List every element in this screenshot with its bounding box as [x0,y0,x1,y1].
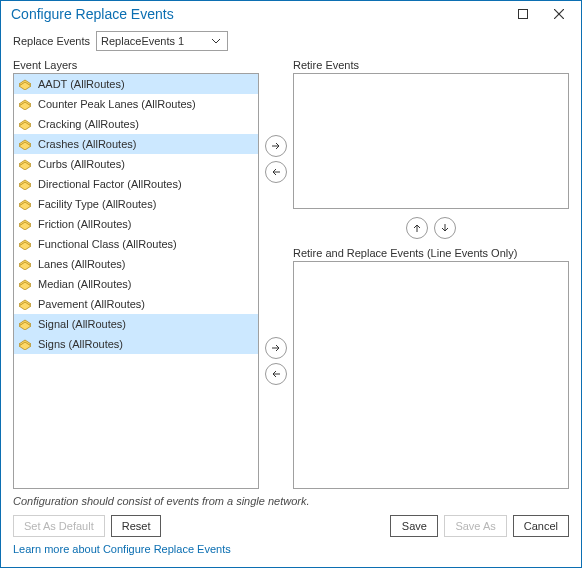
chevron-down-icon [209,35,223,47]
save-as-button[interactable]: Save As [444,515,506,537]
svg-rect-0 [519,10,528,19]
hint-text: Configuration should consist of events f… [13,495,569,507]
close-button[interactable] [541,1,577,27]
layer-icon [18,338,32,350]
reset-button[interactable]: Reset [111,515,162,537]
arrow-right-icon [271,141,281,151]
event-layer-label: Friction (AllRoutes) [38,218,132,230]
event-layer-item[interactable]: Median (AllRoutes) [14,274,258,294]
event-layers-listbox[interactable]: AADT (AllRoutes)Counter Peak Lanes (AllR… [13,73,259,489]
event-layer-item[interactable]: Friction (AllRoutes) [14,214,258,234]
event-layer-label: Functional Class (AllRoutes) [38,238,177,250]
replace-events-label: Replace Events [13,35,90,47]
arrow-left-icon [271,369,281,379]
retire-replace-section: Retire and Replace Events (Line Events O… [293,247,569,489]
event-layers-label: Event Layers [13,59,259,71]
layer-icon [18,218,32,230]
cancel-button[interactable]: Cancel [513,515,569,537]
layer-icon [18,98,32,110]
right-column: Retire Events Retire and Replace Events … [293,59,569,489]
move-down-button[interactable] [434,217,456,239]
retire-events-label: Retire Events [293,59,569,71]
layer-icon [18,78,32,90]
event-layer-label: Directional Factor (AllRoutes) [38,178,182,190]
maximize-icon [518,9,528,19]
maximize-button[interactable] [505,1,541,27]
event-layer-label: Counter Peak Lanes (AllRoutes) [38,98,196,110]
event-layer-label: Signs (AllRoutes) [38,338,123,350]
event-layers-column: Event Layers AADT (AllRoutes)Counter Pea… [13,59,259,489]
event-layer-label: Crashes (AllRoutes) [38,138,136,150]
layer-icon [18,138,32,150]
event-layer-item[interactable]: Curbs (AllRoutes) [14,154,258,174]
event-layer-item[interactable]: Crashes (AllRoutes) [14,134,258,154]
retire-replace-label: Retire and Replace Events (Line Events O… [293,247,569,259]
layer-icon [18,198,32,210]
retire-events-section: Retire Events [293,59,569,209]
reorder-buttons [293,215,569,241]
layer-icon [18,118,32,130]
event-layer-item[interactable]: Signal (AllRoutes) [14,314,258,334]
move-to-retire-replace-button[interactable] [265,337,287,359]
event-layer-item[interactable]: Directional Factor (AllRoutes) [14,174,258,194]
event-layer-item[interactable]: Signs (AllRoutes) [14,334,258,354]
event-layer-item[interactable]: Counter Peak Lanes (AllRoutes) [14,94,258,114]
titlebar: Configure Replace Events [1,1,581,27]
save-button[interactable]: Save [390,515,438,537]
layer-icon [18,158,32,170]
columns: Event Layers AADT (AllRoutes)Counter Pea… [13,59,569,489]
dialog-body: Replace Events ReplaceEvents 1 Event Lay… [1,27,581,567]
set-as-default-button[interactable]: Set As Default [13,515,105,537]
event-layer-label: Cracking (AllRoutes) [38,118,139,130]
event-layer-item[interactable]: Lanes (AllRoutes) [14,254,258,274]
retire-events-listbox[interactable] [293,73,569,209]
close-icon [554,9,564,19]
retire-replace-listbox[interactable] [293,261,569,489]
event-layer-item[interactable]: Pavement (AllRoutes) [14,294,258,314]
event-layer-label: Facility Type (AllRoutes) [38,198,156,210]
event-layer-label: Curbs (AllRoutes) [38,158,125,170]
event-layer-label: Pavement (AllRoutes) [38,298,145,310]
event-layer-label: Lanes (AllRoutes) [38,258,125,270]
layer-icon [18,278,32,290]
learn-more-link[interactable]: Learn more about Configure Replace Event… [13,541,569,559]
layer-icon [18,258,32,270]
layer-icon [18,238,32,250]
remove-from-retire-replace-button[interactable] [265,363,287,385]
event-layer-label: Median (AllRoutes) [38,278,132,290]
remove-from-retire-button[interactable] [265,161,287,183]
event-layer-item[interactable]: AADT (AllRoutes) [14,74,258,94]
move-to-retire-button[interactable] [265,135,287,157]
event-layer-label: AADT (AllRoutes) [38,78,125,90]
replace-events-combobox[interactable]: ReplaceEvents 1 [96,31,228,51]
event-layer-label: Signal (AllRoutes) [38,318,126,330]
configure-replace-events-window: Configure Replace Events Replace Events … [0,0,582,568]
arrow-up-icon [412,223,422,233]
move-up-button[interactable] [406,217,428,239]
arrow-left-icon [271,167,281,177]
transfer-buttons-column [265,59,287,489]
layer-icon [18,178,32,190]
arrow-down-icon [440,223,450,233]
window-title: Configure Replace Events [11,6,505,22]
replace-events-value: ReplaceEvents 1 [101,35,184,47]
layer-icon [18,298,32,310]
replace-events-row: Replace Events ReplaceEvents 1 [13,31,569,51]
event-layer-item[interactable]: Facility Type (AllRoutes) [14,194,258,214]
event-layer-item[interactable]: Functional Class (AllRoutes) [14,234,258,254]
layer-icon [18,318,32,330]
arrow-right-icon [271,343,281,353]
event-layer-item[interactable]: Cracking (AllRoutes) [14,114,258,134]
footer: Set As Default Reset Save Save As Cancel [13,515,569,541]
